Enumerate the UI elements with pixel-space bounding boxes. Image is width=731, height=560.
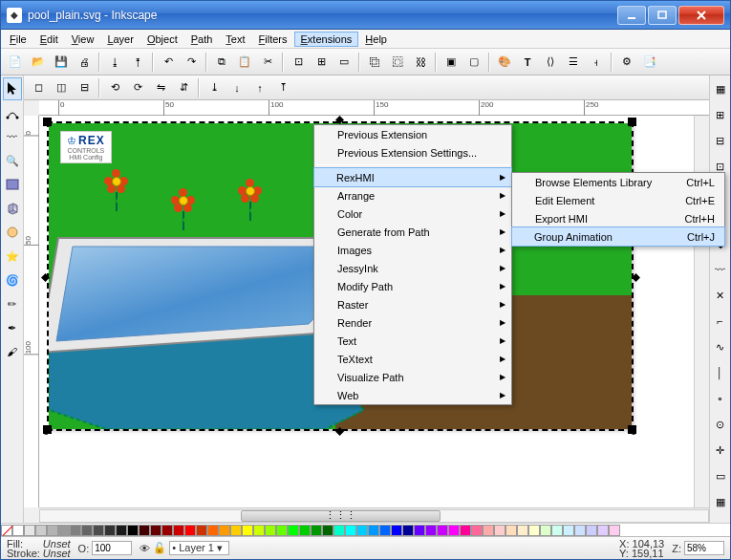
snap-bbox[interactable]: ⊞ xyxy=(711,103,730,126)
ext-previous-extension[interactable]: Previous Extension xyxy=(314,125,511,143)
rotccw-button[interactable]: ⟲ xyxy=(104,77,125,98)
snap-other[interactable]: ∘ xyxy=(711,387,730,410)
swatch[interactable] xyxy=(414,525,425,536)
fliph-button[interactable]: ⇋ xyxy=(150,77,171,98)
rex-logo-box[interactable]: ♔REX CONTROLS HMI Config xyxy=(60,131,112,163)
swatch[interactable] xyxy=(322,525,333,536)
snap-objcenter[interactable]: ⊙ xyxy=(711,413,730,436)
close-button[interactable] xyxy=(678,6,724,25)
swatch[interactable] xyxy=(230,525,242,536)
undo-button[interactable]: ↶ xyxy=(158,52,179,73)
save-button[interactable]: 💾 xyxy=(51,52,72,73)
swatch[interactable] xyxy=(551,525,563,536)
snap-grid[interactable]: ▦ xyxy=(711,490,730,513)
copy-button[interactable]: ⧉ xyxy=(211,52,232,73)
menu-path[interactable]: Path xyxy=(184,32,220,47)
ext-rexhmi[interactable]: RexHMI▶ xyxy=(313,167,512,187)
flipv-button[interactable]: ⇵ xyxy=(173,77,194,98)
ext-render[interactable]: Render▶ xyxy=(314,313,511,332)
node-tool[interactable] xyxy=(3,101,22,124)
swatch[interactable] xyxy=(24,525,35,536)
swatch[interactable] xyxy=(127,525,139,536)
fillstrokes-button[interactable]: 🎨 xyxy=(494,52,515,73)
snap-edge[interactable]: ⊟ xyxy=(711,129,730,152)
swatch[interactable] xyxy=(517,525,528,536)
cut-button[interactable]: ✂ xyxy=(257,52,278,73)
duplicate-button[interactable]: ⿻ xyxy=(364,52,385,73)
calligraphy-tool[interactable]: 🖌 xyxy=(3,340,22,363)
export-button[interactable]: ⭱ xyxy=(127,52,148,73)
menu-filters[interactable]: Filters xyxy=(252,32,294,47)
sel-handle-ne[interactable]: ↗ xyxy=(628,118,636,126)
tweak-tool[interactable]: 〰 xyxy=(3,125,22,148)
deselect-button[interactable]: ⊟ xyxy=(74,77,95,98)
prefs-button[interactable]: ⚙ xyxy=(616,52,637,73)
ext-arrange[interactable]: Arrange▶ xyxy=(314,186,511,205)
zoom-fit-button[interactable]: ⊡ xyxy=(288,52,309,73)
spiral-tool[interactable]: 🌀 xyxy=(3,269,22,291)
swatch[interactable] xyxy=(483,525,494,536)
layer-selector[interactable]: • Layer 1 ▾ xyxy=(169,541,229,555)
no-color-swatch[interactable] xyxy=(1,525,12,536)
new-button[interactable]: 📄 xyxy=(5,52,26,73)
raise-button[interactable]: ↑ xyxy=(249,77,270,98)
raise-top-button[interactable]: ⤒ xyxy=(272,77,293,98)
swatch[interactable] xyxy=(471,525,483,536)
sel-handle-sw[interactable]: ↙ xyxy=(43,425,52,434)
ext-color[interactable]: Color▶ xyxy=(314,205,511,223)
swatch[interactable] xyxy=(609,525,620,536)
ruler-vertical[interactable]: 050100 xyxy=(24,116,39,507)
swatch[interactable] xyxy=(402,525,414,536)
sel-handle-nw[interactable]: ↖ xyxy=(43,118,52,126)
swatch[interactable] xyxy=(207,525,219,536)
pencil-tool[interactable]: ✏ xyxy=(3,292,22,315)
snap-intersect[interactable]: ✕ xyxy=(711,284,730,307)
layers-button[interactable]: ☰ xyxy=(563,52,584,73)
lower-bottom-button[interactable]: ⤓ xyxy=(204,77,225,98)
lower-button[interactable]: ↓ xyxy=(226,77,247,98)
box3d-tool[interactable] xyxy=(3,197,22,220)
swatch[interactable] xyxy=(425,525,437,536)
paste-button[interactable]: 📋 xyxy=(234,52,255,73)
swatch[interactable] xyxy=(356,525,368,536)
clone-button[interactable]: ⿴ xyxy=(387,52,408,73)
star-tool[interactable]: ⭐ xyxy=(3,245,22,268)
swatch[interactable] xyxy=(333,525,345,536)
snap-cusp[interactable]: ⌐ xyxy=(711,310,730,333)
ext-raster[interactable]: Raster▶ xyxy=(314,295,511,313)
swatch[interactable] xyxy=(586,525,597,536)
swatch[interactable] xyxy=(70,525,81,536)
swatch[interactable] xyxy=(368,525,379,536)
swatch[interactable] xyxy=(276,525,288,536)
maximize-button[interactable] xyxy=(648,6,677,25)
zoom-draw-button[interactable]: ⊞ xyxy=(311,52,332,73)
align-button[interactable]: ⫞ xyxy=(586,52,607,73)
menu-layer[interactable]: Layer xyxy=(100,32,140,47)
swatch[interactable] xyxy=(58,525,70,536)
snap-smooth[interactable]: ∿ xyxy=(711,335,730,358)
swatch[interactable] xyxy=(196,525,207,536)
rexhmi-edit-element[interactable]: Edit ElementCtrl+E xyxy=(512,191,724,209)
rexhmi-browse-elements-library[interactable]: Browse Elements LibraryCtrl+L xyxy=(512,173,724,191)
snap-enable[interactable]: ▦ xyxy=(711,77,730,100)
visibility-icon[interactable]: 👁 xyxy=(140,543,150,554)
ext-text[interactable]: Text▶ xyxy=(314,332,511,350)
swatch[interactable] xyxy=(299,525,311,536)
bezier-tool[interactable]: ✒ xyxy=(3,316,22,339)
ext-visualize-path[interactable]: Visualize Path▶ xyxy=(314,368,511,386)
xml-button[interactable]: ⟨⟩ xyxy=(540,52,561,73)
print-button[interactable]: 🖨 xyxy=(74,52,95,73)
unlink-button[interactable]: ⛓ xyxy=(410,52,431,73)
swatch[interactable] xyxy=(437,525,448,536)
menu-object[interactable]: Object xyxy=(140,32,184,47)
swatch[interactable] xyxy=(104,525,116,536)
rexhmi-export-hmi[interactable]: Export HMICtrl+H xyxy=(512,209,724,227)
swatch[interactable] xyxy=(116,525,127,536)
swatch[interactable] xyxy=(597,525,609,536)
stroke-value[interactable]: Unset xyxy=(43,548,71,559)
swatch[interactable] xyxy=(242,525,253,536)
swatch[interactable] xyxy=(265,525,276,536)
import-button[interactable]: ⭳ xyxy=(104,52,125,73)
swatch[interactable] xyxy=(311,525,322,536)
swatch[interactable] xyxy=(540,525,551,536)
